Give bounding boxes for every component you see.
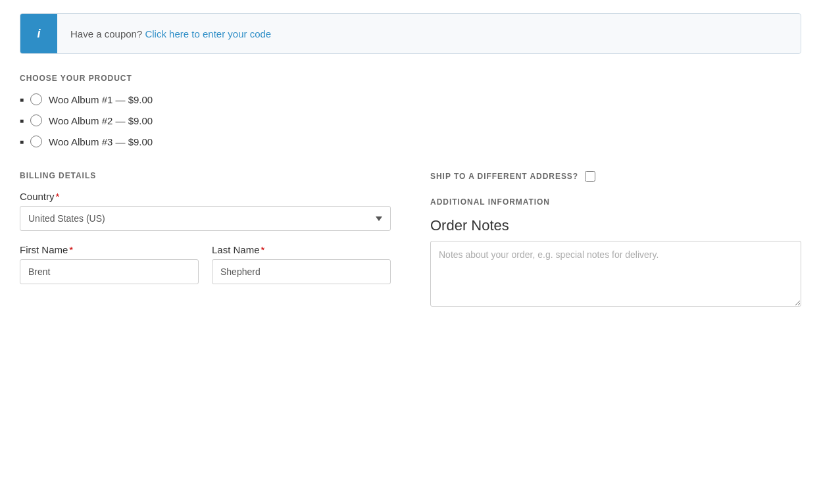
additional-info-section: ADDITIONAL INFORMATION Order Notes <box>430 197 801 309</box>
product-name-1: Woo Album #1 — $9.00 <box>49 94 153 105</box>
bullet-icon: ■ <box>20 96 24 103</box>
product-radio-2[interactable] <box>30 114 42 126</box>
coupon-link[interactable]: Click here to enter your code <box>145 28 271 39</box>
ship-different-section: SHIP TO A DIFFERENT ADDRESS? <box>430 171 801 182</box>
country-label: Country* <box>20 191 391 202</box>
product-radio-1[interactable] <box>30 93 42 105</box>
required-star: * <box>56 191 60 202</box>
bullet-icon: ■ <box>20 138 24 145</box>
last-name-input[interactable] <box>212 259 391 284</box>
info-icon: i <box>20 14 57 53</box>
coupon-label: Have a coupon? <box>70 28 142 39</box>
ship-different-label: SHIP TO A DIFFERENT ADDRESS? <box>430 172 578 181</box>
list-item: ■ Woo Album #2 — $9.00 <box>20 114 801 126</box>
additional-info-label: ADDITIONAL INFORMATION <box>430 197 801 207</box>
coupon-banner: i Have a coupon? Click here to enter you… <box>20 13 801 54</box>
first-name-input[interactable] <box>20 259 199 284</box>
first-name-label: First Name* <box>20 244 199 255</box>
billing-section: BILLING DETAILS Country* United States (… <box>20 171 391 309</box>
main-form: BILLING DETAILS Country* United States (… <box>20 171 801 309</box>
ship-different-checkbox[interactable] <box>585 171 595 182</box>
right-column: SHIP TO A DIFFERENT ADDRESS? ADDITIONAL … <box>430 171 801 309</box>
product-list: ■ Woo Album #1 — $9.00 ■ Woo Album #2 — … <box>20 93 801 147</box>
product-section: CHOOSE YOUR PRODUCT ■ Woo Album #1 — $9.… <box>20 74 801 147</box>
required-star: * <box>261 244 265 255</box>
list-item: ■ Woo Album #1 — $9.00 <box>20 93 801 105</box>
order-notes-textarea[interactable] <box>430 241 801 307</box>
product-section-label: CHOOSE YOUR PRODUCT <box>20 74 801 83</box>
country-select[interactable]: United States (US) Canada United Kingdom… <box>20 206 391 231</box>
product-name-3: Woo Album #3 — $9.00 <box>49 136 153 147</box>
last-name-label: Last Name* <box>212 244 391 255</box>
required-star: * <box>69 244 73 255</box>
coupon-text: Have a coupon? Click here to enter your … <box>57 16 284 51</box>
product-name-2: Woo Album #2 — $9.00 <box>49 115 153 126</box>
first-name-group: First Name* <box>20 244 199 284</box>
name-row: First Name* Last Name* <box>20 244 391 297</box>
country-field-group: Country* United States (US) Canada Unite… <box>20 191 391 231</box>
bullet-icon: ■ <box>20 117 24 124</box>
last-name-group: Last Name* <box>212 244 391 284</box>
order-notes-heading: Order Notes <box>430 217 801 234</box>
billing-section-label: BILLING DETAILS <box>20 171 391 180</box>
product-radio-3[interactable] <box>30 136 42 147</box>
list-item: ■ Woo Album #3 — $9.00 <box>20 136 801 147</box>
